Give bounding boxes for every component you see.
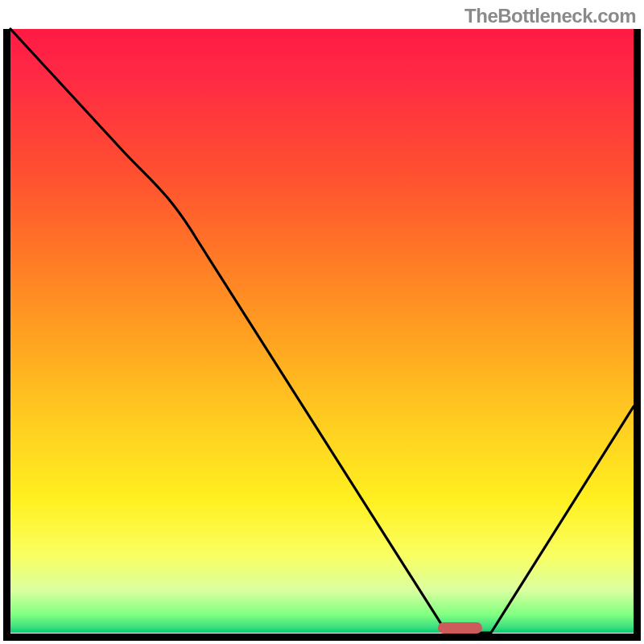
axis-right	[634, 29, 641, 641]
watermark: TheBottleneck.com	[464, 5, 636, 27]
optimal-marker	[438, 622, 482, 634]
axis-left	[3, 29, 10, 641]
bottleneck-chart: TheBottleneck.com	[0, 0, 644, 644]
plot-background-gradient	[10, 29, 634, 633]
axis-bottom	[3, 634, 641, 641]
